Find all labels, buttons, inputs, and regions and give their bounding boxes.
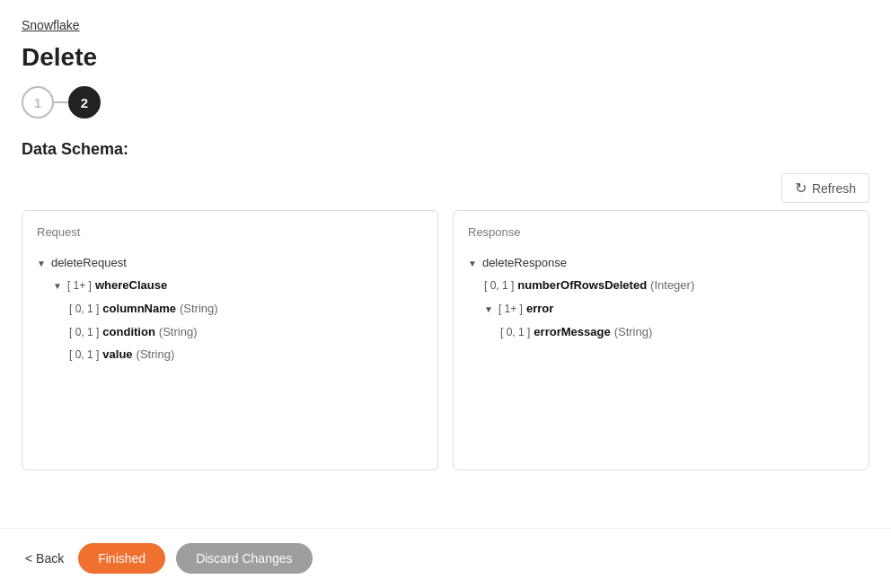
response-panel-title: Response bbox=[468, 225, 854, 239]
chevron-icon[interactable]: ▼ bbox=[468, 256, 477, 272]
node-range: [ 0, 1 ] bbox=[69, 346, 99, 365]
refresh-icon: ↻ bbox=[795, 180, 807, 197]
tree-row: ▼ [ 1+ ] whereClause bbox=[37, 274, 423, 297]
breadcrumb-link[interactable]: Snowflake bbox=[22, 18, 80, 32]
stepper: 1 2 bbox=[22, 86, 869, 118]
node-type: (String) bbox=[614, 321, 653, 342]
tree-row: [ 0, 1 ] errorMessage (String) bbox=[468, 320, 854, 344]
tree-row: [ 0, 1 ] value (String) bbox=[37, 343, 423, 366]
node-name: columnName bbox=[102, 298, 176, 319]
page-wrapper: Snowflake Delete 1 2 Data Schema: ↻ Refr… bbox=[0, 0, 891, 588]
node-type: (String) bbox=[180, 298, 218, 319]
node-name: deleteRequest bbox=[51, 252, 127, 273]
tree-row: [ 0, 1 ] numberOfRowsDeleted (Integer) bbox=[468, 274, 854, 297]
chevron-icon[interactable]: ▼ bbox=[53, 278, 62, 294]
node-type: (Integer) bbox=[650, 275, 694, 295]
request-panel-title: Request bbox=[37, 225, 423, 239]
tree-row: ▼ [ 1+ ] error bbox=[468, 297, 854, 320]
step-1[interactable]: 1 bbox=[22, 86, 54, 118]
response-tree: ▼ deleteResponse [ 0, 1 ] numberOfRowsDe… bbox=[468, 251, 854, 343]
request-panel: Request ▼ deleteRequest ▼ [ 1+ ] whereCl… bbox=[22, 210, 438, 470]
page-title: Delete bbox=[22, 43, 869, 72]
tree-row: ▼ deleteRequest bbox=[37, 251, 423, 274]
tree-row: [ 0, 1 ] columnName (String) bbox=[37, 297, 423, 320]
response-panel: Response ▼ deleteResponse [ 0, 1 ] numbe… bbox=[453, 210, 869, 470]
refresh-row: ↻ Refresh bbox=[22, 173, 869, 203]
footer: < Back Finished Discard Changes bbox=[0, 528, 891, 588]
node-range: [ 0, 1 ] bbox=[484, 276, 514, 296]
chevron-icon[interactable]: ▼ bbox=[484, 302, 493, 318]
request-tree: ▼ deleteRequest ▼ [ 1+ ] whereClause [ 0… bbox=[37, 251, 423, 366]
discard-changes-button[interactable]: Discard Changes bbox=[176, 543, 312, 574]
tree-row: [ 0, 1 ] condition (String) bbox=[37, 320, 423, 344]
node-type: (String) bbox=[137, 344, 175, 364]
tree-row: ▼ deleteResponse bbox=[468, 251, 854, 274]
node-name: condition bbox=[102, 321, 155, 342]
node-range: [ 1+ ] bbox=[67, 276, 92, 296]
node-name: value bbox=[102, 344, 132, 364]
section-label: Data Schema: bbox=[22, 140, 869, 159]
node-range: [ 0, 1 ] bbox=[69, 300, 99, 320]
node-name: error bbox=[526, 298, 553, 319]
node-type: (String) bbox=[159, 321, 198, 342]
node-range: [ 0, 1 ] bbox=[500, 323, 530, 343]
back-button[interactable]: < Back bbox=[22, 544, 67, 573]
finished-button[interactable]: Finished bbox=[78, 543, 165, 574]
step-connector bbox=[54, 101, 68, 103]
node-name: whereClause bbox=[95, 275, 167, 295]
schema-panels: Request ▼ deleteRequest ▼ [ 1+ ] whereCl… bbox=[22, 210, 869, 470]
node-range: [ 0, 1 ] bbox=[69, 323, 99, 343]
refresh-button[interactable]: ↻ Refresh bbox=[781, 173, 869, 203]
node-name: deleteResponse bbox=[482, 252, 567, 273]
chevron-icon[interactable]: ▼ bbox=[37, 256, 46, 272]
node-name: numberOfRowsDeleted bbox=[517, 275, 647, 295]
node-name: errorMessage bbox=[534, 321, 610, 342]
step-2[interactable]: 2 bbox=[68, 86, 101, 118]
node-range: [ 1+ ] bbox=[498, 300, 523, 320]
breadcrumb[interactable]: Snowflake bbox=[22, 18, 869, 32]
